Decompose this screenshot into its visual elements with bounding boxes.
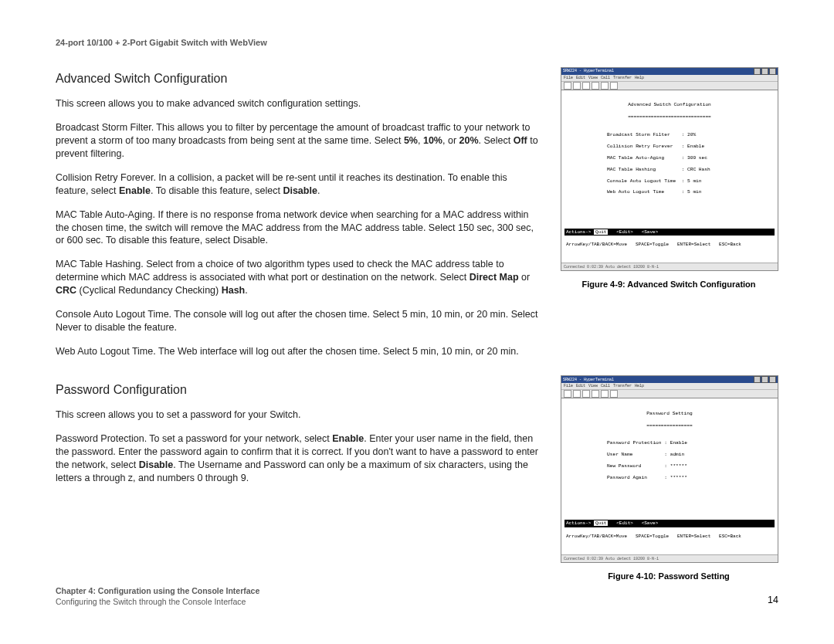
terminal-underline: ============================= <box>564 114 775 120</box>
terminal-body: Password Setting ================ Passwo… <box>561 398 778 554</box>
bold-text: Enable <box>119 185 151 196</box>
menu-item: Transfer <box>613 384 632 388</box>
bold-text: 10% <box>423 135 442 146</box>
tool-icon <box>601 390 609 398</box>
hint-bar: ArrowKey/TAB/BACK=Move SPACE=Toggle ENTE… <box>564 533 775 540</box>
config-row: MAC Table Auto-Aging : 300 sec <box>564 155 775 161</box>
tool-icon <box>573 82 581 90</box>
status-bar: Connected 0:02:39 Auto detect 19200 8-N-… <box>561 263 778 270</box>
adv-p7: Web Auto Logout Time. The Web interface … <box>56 345 542 358</box>
menu-item: Edit <box>576 384 585 388</box>
config-row: Broadcast Storm Filter : 20% <box>564 132 775 137</box>
menu-item: File <box>564 384 573 388</box>
bold-text: Disable <box>139 459 173 470</box>
hint-bar: ArrowKey/TAB/BACK=Move SPACE=Toggle ENTE… <box>564 241 775 248</box>
tool-icon <box>564 390 571 398</box>
product-header: 24-port 10/100 + 2-Port Gigabit Switch w… <box>56 37 778 49</box>
text: , <box>418 135 423 146</box>
config-row: Password Again : ****** <box>564 475 775 480</box>
bold-text: CRC <box>56 285 76 296</box>
spacer <box>564 486 775 514</box>
maximize-icon <box>761 376 768 383</box>
menu-item: View <box>588 384 598 388</box>
spacer <box>564 201 775 222</box>
terminal-window: SRW224 - HyperTerminal File Edit View Ca… <box>561 375 778 563</box>
minimize-icon <box>754 68 761 75</box>
text: . Select <box>479 135 514 146</box>
page-number: 14 <box>768 594 778 607</box>
config-row: MAC Table Hashing : CRC Hash <box>564 167 775 172</box>
terminal-heading: Password Setting <box>564 411 775 416</box>
window-titlebar: SRW224 - HyperTerminal <box>561 68 778 75</box>
action-bar: Actions-> Quit <Edit> <Save> <box>564 229 775 236</box>
action-quit: Quit <box>594 229 608 235</box>
text: (Cyclical Redundancy Checking) <box>76 285 222 296</box>
window-title: SRW224 - HyperTerminal <box>563 378 614 382</box>
status-bar: Connected 0:02:39 Auto detect 19200 8-N-… <box>561 554 778 562</box>
tool-icon <box>564 82 571 90</box>
maximize-icon <box>761 68 768 75</box>
terminal-window: SRW224 - HyperTerminal File Edit View Ca… <box>561 67 778 272</box>
config-row: New Password : ****** <box>564 463 775 469</box>
action-edit: <Edit> <box>616 520 633 526</box>
config-row: Console Auto Logout Time : 5 min <box>564 178 775 184</box>
menu-item: Call <box>601 384 610 388</box>
menu-item: Transfer <box>613 76 632 80</box>
text: . <box>245 285 247 296</box>
tool-icon <box>573 390 581 398</box>
config-row: Web Auto Logout Time : 5 min <box>564 189 775 195</box>
menu-item: Edit <box>576 76 585 80</box>
footer-left: Chapter 4: Configuration using the Conso… <box>56 585 259 607</box>
document-page: 24-port 10/100 + 2-Port Gigabit Switch w… <box>0 0 834 644</box>
menu-item: Call <box>601 76 610 80</box>
terminal-underline: ================ <box>564 423 775 429</box>
figure-caption: Figure 4-10: Password Setting <box>561 571 777 582</box>
config-row: User Name : admin <box>564 452 775 457</box>
figure-4-9: SRW224 - HyperTerminal File Edit View Ca… <box>561 67 778 290</box>
action-edit: <Edit> <box>616 229 633 235</box>
text: Password Protection. To set a password f… <box>56 433 332 444</box>
bold-text: Direct Map <box>470 272 519 283</box>
adv-p5: MAC Table Hashing. Select from a choice … <box>56 258 542 297</box>
tool-icon <box>610 82 618 90</box>
config-row: Password Protection : Enable <box>564 440 775 446</box>
action-quit: Quit <box>594 520 608 526</box>
window-buttons <box>754 68 776 75</box>
adv-p4: MAC Table Auto-Aging. If there is no res… <box>56 208 542 248</box>
adv-p3: Collision Retry Forever. In a collision,… <box>56 171 542 198</box>
text: . <box>317 185 320 196</box>
bold-text: Disable <box>283 185 317 196</box>
figure-caption: Figure 4-9: Advanced Switch Configuratio… <box>561 279 777 290</box>
config-row: Collision Retry Forever : Enable <box>564 144 775 149</box>
bold-text: Enable <box>332 433 364 444</box>
tool-icon <box>592 82 599 90</box>
figure-4-10: SRW224 - HyperTerminal File Edit View Ca… <box>561 375 778 582</box>
pw-p1: This screen allows you to set a password… <box>56 408 542 422</box>
close-icon <box>769 68 776 75</box>
menu-item: Help <box>635 76 644 80</box>
menu-bar: File Edit View Call Transfer Help <box>561 75 778 81</box>
window-titlebar: SRW224 - HyperTerminal <box>561 376 778 383</box>
tool-icon <box>582 390 590 398</box>
action-save: <Save> <box>642 229 659 235</box>
text: . To disable this feature, select <box>151 185 283 196</box>
bold-text: 5% <box>404 135 418 146</box>
tool-icon <box>592 390 599 398</box>
window-buttons <box>754 376 776 383</box>
heading-advanced: Advanced Switch Configuration <box>56 70 542 87</box>
menu-item: View <box>588 76 598 80</box>
toolbar <box>561 389 778 398</box>
menu-item: Help <box>635 384 644 388</box>
action-bar: Actions-> Quit <Edit> <Save> <box>564 520 775 527</box>
adv-p2: Broadcast Storm Filter. This allows you … <box>56 121 542 161</box>
terminal-body: Advanced Switch Configuration ==========… <box>561 90 778 263</box>
text: MAC Table Hashing. Select from a choice … <box>56 259 504 283</box>
text: , or <box>442 135 459 146</box>
bold-text: Off <box>514 135 527 146</box>
text: or <box>519 272 531 283</box>
heading-password: Password Configuration <box>56 381 542 398</box>
adv-p6: Console Auto Logout Time. The console wi… <box>56 308 542 334</box>
footer-subsection: Configuring the Switch through the Conso… <box>56 596 259 607</box>
tool-icon <box>610 390 618 398</box>
page-footer: Chapter 4: Configuration using the Conso… <box>56 585 778 607</box>
